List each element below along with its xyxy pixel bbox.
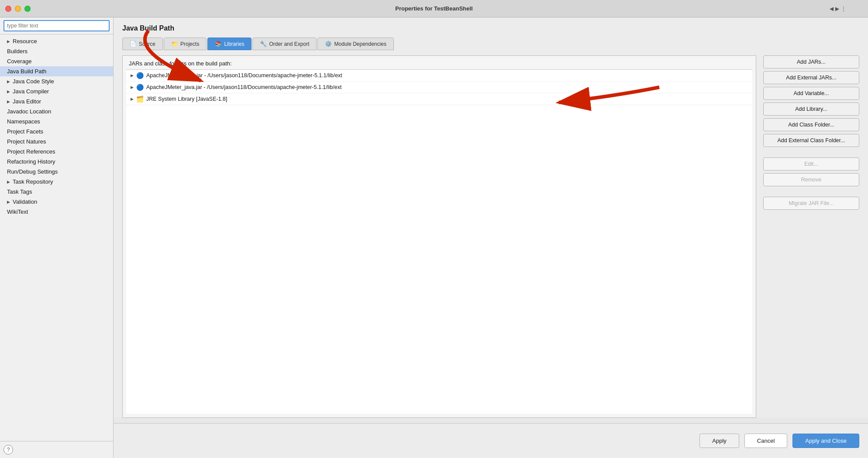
sidebar-item-label: Validation <box>13 198 37 205</box>
tab-projects[interactable]: 📁 Projects <box>164 38 207 50</box>
add-library-button[interactable]: Add Library... <box>763 103 859 116</box>
build-path-panel: JARs and class folders on the build path… <box>122 55 756 418</box>
sidebar-list: Resource Builders Coverage Java Build Pa… <box>0 34 113 441</box>
sidebar-bottom: ? <box>0 441 113 458</box>
apply-and-close-button[interactable]: Apply and Close <box>792 434 859 448</box>
back-arrow-icon[interactable]: ◀ <box>830 6 834 12</box>
expand-icon: ▶ <box>131 73 134 78</box>
entry-apache-jmeter-java[interactable]: ▶ 🔵 ApacheJMeter_java.jar - /Users/jason… <box>126 82 752 93</box>
help-button[interactable]: ? <box>3 445 13 455</box>
button-panel: Add JARs... Add External JARs... Add Var… <box>763 55 859 418</box>
sidebar-item-label: Task Repository <box>13 178 53 185</box>
window-title: Properties for TestBeanShell <box>395 5 472 12</box>
tab-source[interactable]: 📄 Source <box>122 38 163 50</box>
minimize-button[interactable] <box>15 6 21 12</box>
panel-area: JARs and class folders on the build path… <box>122 55 859 418</box>
cancel-button[interactable]: Cancel <box>744 434 787 448</box>
sidebar-item-project-natures[interactable]: Project Natures <box>0 137 113 147</box>
sidebar-item-label: Resource <box>13 38 37 44</box>
forward-arrow-icon[interactable]: ▶ <box>835 6 839 12</box>
libraries-tab-icon: 📚 <box>215 41 222 47</box>
tab-order-label: Order and Export <box>269 41 309 47</box>
tab-module-label: Module Dependencies <box>334 41 386 47</box>
entry-jre-system-library[interactable]: ▶ 🗂️ JRE System Library [JavaSE-1.8] <box>126 93 752 105</box>
sidebar-item-task-tags[interactable]: Task Tags <box>0 187 113 197</box>
close-button[interactable] <box>5 6 11 12</box>
sidebar-item-label: Task Tags <box>7 188 32 195</box>
sidebar-item-label: Java Compiler <box>13 88 49 95</box>
sidebar-item-label: Namespaces <box>7 118 40 125</box>
sidebar-item-label: Java Build Path <box>7 68 46 75</box>
sidebar-item-java-editor[interactable]: Java Editor <box>0 96 113 106</box>
sidebar-item-label: Builders <box>7 48 28 55</box>
content: Java Build Path 📄 Source 📁 Projects 📚 Li… <box>114 17 868 418</box>
jar-icon: 🔵 <box>136 72 144 79</box>
sidebar-item-resource[interactable]: Resource <box>0 36 113 46</box>
sidebar-item-java-code-style[interactable]: Java Code Style <box>0 76 113 86</box>
module-tab-icon: ⚙️ <box>325 41 332 47</box>
sidebar-item-task-repository[interactable]: Task Repository <box>0 177 113 187</box>
entries-list: ▶ 🔵 ApacheJMeter_core.jar - /Users/jason… <box>126 69 752 414</box>
content-header: Java Build Path <box>122 24 859 32</box>
add-variable-button[interactable]: Add Variable... <box>763 87 859 100</box>
sidebar-item-javadoc-location[interactable]: Javadoc Location <box>0 106 113 116</box>
sidebar-item-refactoring-history[interactable]: Refactoring History <box>0 157 113 167</box>
order-tab-icon: 🔧 <box>260 41 267 47</box>
sidebar-item-validation[interactable]: Validation <box>0 197 113 207</box>
sidebar-item-wikitext[interactable]: WikiText <box>0 207 113 217</box>
expand-icon: ▶ <box>131 85 134 89</box>
apply-button[interactable]: Apply <box>699 434 739 448</box>
sidebar-item-label: Javadoc Location <box>7 108 51 115</box>
main-container: Resource Builders Coverage Java Build Pa… <box>0 17 868 458</box>
sidebar-item-project-facets[interactable]: Project Facets <box>0 126 113 137</box>
entry-text: JRE System Library [JavaSE-1.8] <box>146 96 227 102</box>
add-external-class-folder-button[interactable]: Add External Class Folder... <box>763 134 859 147</box>
expand-icon: ▶ <box>131 97 134 101</box>
sidebar-item-label: Java Editor <box>13 98 41 105</box>
sidebar-item-label: Project Facets <box>7 128 43 135</box>
source-tab-icon: 📄 <box>130 41 137 47</box>
tab-module-dependencies[interactable]: ⚙️ Module Dependencies <box>317 38 393 50</box>
panel-description: JARs and class folders on the build path… <box>123 56 756 69</box>
migrate-jar-button[interactable]: Migrate JAR File... <box>763 197 859 210</box>
entry-apache-jmeter-core[interactable]: ▶ 🔵 ApacheJMeter_core.jar - /Users/jason… <box>126 70 752 82</box>
nav-arrows: ◀ ▶ ⋮ <box>830 6 846 12</box>
filter-input[interactable] <box>3 20 110 31</box>
sidebar-item-label: Java Code Style <box>13 78 54 85</box>
bottom-bar: Apply Cancel Apply and Close <box>114 423 868 458</box>
sidebar-item-label: Coverage <box>7 58 31 65</box>
sidebar-item-java-compiler[interactable]: Java Compiler <box>0 86 113 96</box>
add-jars-button[interactable]: Add JARs... <box>763 55 859 68</box>
sidebar-item-label: Project References <box>7 148 55 155</box>
jar-icon: 🔵 <box>136 84 144 91</box>
tab-order-export[interactable]: 🔧 Order and Export <box>252 38 317 50</box>
add-external-jars-button[interactable]: Add External JARs... <box>763 71 859 84</box>
jre-icon: 🗂️ <box>136 96 144 103</box>
tab-libraries[interactable]: 📚 Libraries <box>207 38 251 50</box>
maximize-button[interactable] <box>24 6 31 12</box>
sidebar-item-label: Project Natures <box>7 138 46 145</box>
sidebar-item-label: Refactoring History <box>7 158 55 165</box>
sidebar-item-label: Run/Debug Settings <box>7 168 58 175</box>
filter-wrap <box>0 17 113 34</box>
add-class-folder-button[interactable]: Add Class Folder... <box>763 118 859 131</box>
content-area: Java Build Path 📄 Source 📁 Projects 📚 Li… <box>114 17 868 458</box>
tabs-bar: 📄 Source 📁 Projects 📚 Libraries 🔧 Order … <box>122 38 859 50</box>
page-title: Java Build Path <box>122 24 174 32</box>
sidebar-item-run-debug-settings[interactable]: Run/Debug Settings <box>0 167 113 177</box>
sidebar-item-java-build-path[interactable]: Java Build Path <box>0 66 113 76</box>
sidebar-item-label: WikiText <box>7 208 28 215</box>
sidebar-item-builders[interactable]: Builders <box>0 46 113 56</box>
tab-libraries-label: Libraries <box>224 41 244 47</box>
sidebar-item-project-references[interactable]: Project References <box>0 147 113 157</box>
remove-button[interactable]: Remove <box>763 173 859 186</box>
sidebar-item-coverage[interactable]: Coverage <box>0 56 113 66</box>
tab-projects-label: Projects <box>180 41 199 47</box>
edit-button[interactable]: Edit... <box>763 157 859 171</box>
entry-text: ApacheJMeter_core.jar - /Users/jason118/… <box>146 72 342 79</box>
sidebar-item-namespaces[interactable]: Namespaces <box>0 116 113 126</box>
sidebar: Resource Builders Coverage Java Build Pa… <box>0 17 114 458</box>
title-bar: Properties for TestBeanShell ◀ ▶ ⋮ <box>0 0 868 17</box>
menu-icon[interactable]: ⋮ <box>841 6 846 12</box>
projects-tab-icon: 📁 <box>171 41 178 47</box>
